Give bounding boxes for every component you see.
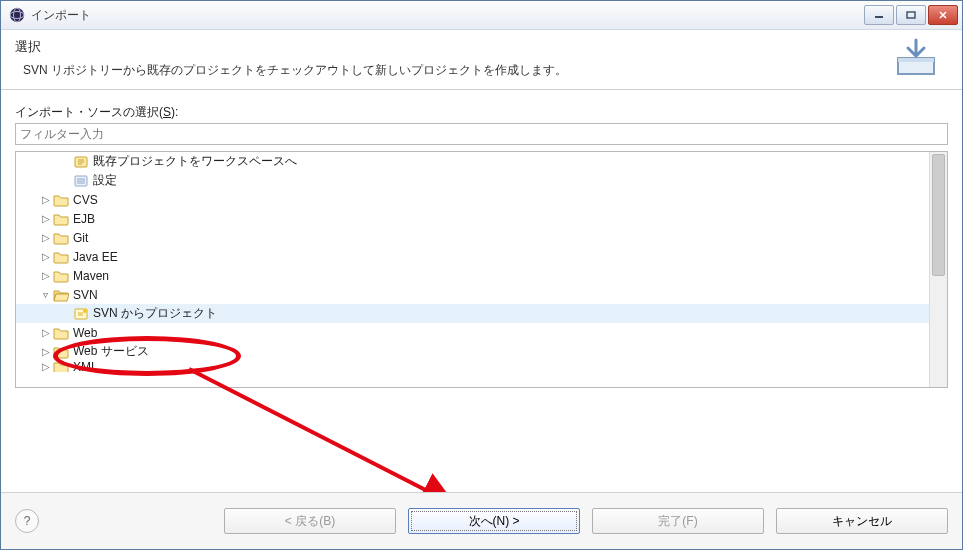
filter-input[interactable] xyxy=(15,123,948,145)
import-tree[interactable]: 既存プロジェクトをワークスペースへ設定▷CVS▷EJB▷Git▷Java EE▷… xyxy=(16,152,947,387)
titlebar: インポート xyxy=(1,1,962,30)
tree-item[interactable]: ▷Maven xyxy=(16,266,947,285)
folder-icon xyxy=(53,361,69,372)
tree-item-label: 設定 xyxy=(93,172,117,189)
tree-scrollbar[interactable] xyxy=(929,152,947,387)
folder-icon xyxy=(53,345,69,359)
tree-item[interactable]: ▷Web xyxy=(16,323,947,342)
tree-item-label: Java EE xyxy=(73,250,118,264)
wizard-header: 選択 SVN リポジトリーから既存のプロジェクトをチェックアウトして新しいプロジ… xyxy=(1,30,962,90)
svg-point-0 xyxy=(10,8,24,22)
tree-item[interactable]: ▷Web サービス xyxy=(16,342,947,361)
tree-item-label: SVN xyxy=(73,288,98,302)
folder-icon xyxy=(53,269,69,283)
tree-item[interactable]: ▷Git xyxy=(16,228,947,247)
leaf-yellow-icon xyxy=(73,155,89,169)
twisty-open-icon[interactable]: ▿ xyxy=(40,289,51,300)
source-label-pre: インポート・ソースの選択( xyxy=(15,105,163,119)
svg-line-11 xyxy=(189,369,451,503)
folder-icon xyxy=(53,326,69,340)
tree-item[interactable]: ▷Java EE xyxy=(16,247,947,266)
tree-item[interactable]: ▿SVN xyxy=(16,285,947,304)
close-button[interactable] xyxy=(928,5,958,25)
help-button[interactable]: ? xyxy=(15,509,39,533)
source-label: インポート・ソースの選択(S): xyxy=(15,104,948,121)
next-button[interactable]: 次へ(N) > xyxy=(408,508,580,534)
twisty-closed-icon[interactable]: ▷ xyxy=(40,232,51,243)
tree-item[interactable]: ▷XML xyxy=(16,361,947,372)
tree-item-label: Maven xyxy=(73,269,109,283)
source-label-post: ): xyxy=(171,105,178,119)
import-icon xyxy=(890,38,942,78)
twisty-closed-icon[interactable]: ▷ xyxy=(40,346,51,357)
twisty-closed-icon[interactable]: ▷ xyxy=(40,213,51,224)
twisty-closed-icon[interactable]: ▷ xyxy=(40,270,51,281)
import-dialog: インポート 選択 SVN リポジトリーから既存のプロジェクトをチェックアウトして… xyxy=(0,0,963,550)
eclipse-icon xyxy=(9,7,25,23)
maximize-button[interactable] xyxy=(896,5,926,25)
tree-item-label: Web サービス xyxy=(73,343,149,360)
tree-item[interactable]: 既存プロジェクトをワークスペースへ xyxy=(16,152,947,171)
folder-icon xyxy=(53,231,69,245)
tree-item[interactable]: SVN からプロジェクト xyxy=(16,304,947,323)
page-description: SVN リポジトリーから既存のプロジェクトをチェックアウトして新しいプロジェクト… xyxy=(23,62,890,79)
twisty-closed-icon[interactable]: ▷ xyxy=(40,251,51,262)
settings-icon xyxy=(73,174,89,188)
tree-item[interactable]: ▷EJB xyxy=(16,209,947,228)
tree-item-label: Git xyxy=(73,231,88,245)
twisty-closed-icon[interactable]: ▷ xyxy=(40,361,51,372)
folder-icon xyxy=(53,193,69,207)
tree-item-label: CVS xyxy=(73,193,98,207)
finish-button[interactable]: 完了(F) xyxy=(592,508,764,534)
tree-item-label: EJB xyxy=(73,212,95,226)
back-button[interactable]: < 戻る(B) xyxy=(224,508,396,534)
scrollbar-thumb[interactable] xyxy=(932,154,945,276)
svg-rect-3 xyxy=(875,16,883,18)
svg-rect-4 xyxy=(907,12,915,18)
minimize-button[interactable] xyxy=(864,5,894,25)
tree-item-label: SVN からプロジェクト xyxy=(93,305,217,322)
window-buttons xyxy=(864,5,958,25)
button-bar: ? < 戻る(B) 次へ(N) > 完了(F) キャンセル xyxy=(1,492,962,549)
folder-icon xyxy=(53,250,69,264)
folder-icon xyxy=(53,212,69,226)
svg-rect-6 xyxy=(898,58,934,62)
wizard-body: インポート・ソースの選択(S): 既存プロジェクトをワークスペースへ設定▷CVS… xyxy=(1,90,962,388)
svg-point-10 xyxy=(83,309,87,313)
tree-item-label: XML xyxy=(73,361,98,372)
folder-open-icon xyxy=(53,288,69,302)
source-label-mnemonic: S xyxy=(163,105,171,119)
tree-item-label: Web xyxy=(73,326,97,340)
twisty-closed-icon[interactable]: ▷ xyxy=(40,327,51,338)
tree-item-label: 既存プロジェクトをワークスペースへ xyxy=(93,153,297,170)
tree-item[interactable]: 設定 xyxy=(16,171,947,190)
cancel-button[interactable]: キャンセル xyxy=(776,508,948,534)
window-title: インポート xyxy=(31,7,864,24)
leaf-wiz-icon xyxy=(73,307,89,321)
page-title: 選択 xyxy=(15,38,890,56)
tree-container: 既存プロジェクトをワークスペースへ設定▷CVS▷EJB▷Git▷Java EE▷… xyxy=(15,151,948,388)
tree-item[interactable]: ▷CVS xyxy=(16,190,947,209)
twisty-closed-icon[interactable]: ▷ xyxy=(40,194,51,205)
